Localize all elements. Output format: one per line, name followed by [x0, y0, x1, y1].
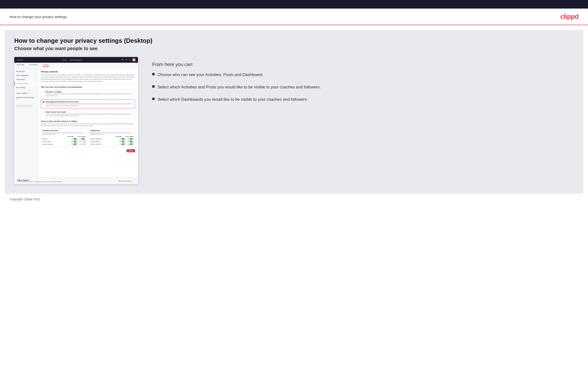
toggle-label-player-dashboard: Player Dashboard: [90, 138, 102, 140]
sidebar-help-support[interactable]: Help & Support ↗: [14, 91, 38, 95]
visit-community-button[interactable]: Visit Our Community ↗: [116, 179, 135, 183]
toggle-pill-insights-coaches: [122, 141, 126, 142]
toggle-row-round-insights: Round Insights ON ON: [90, 141, 134, 142]
copyright: Copyright Clippd 2022: [9, 197, 40, 201]
search-icon: 🔍: [121, 59, 124, 61]
toggle-player-coaches[interactable]: ON: [119, 138, 126, 140]
page-subheading: Choose what you want people to see: [14, 46, 574, 51]
radio-only-you[interactable]: Only You and Your Coach Only you and the…: [41, 110, 135, 118]
radio-desc-approved: Only approved followers and coaches you …: [46, 103, 133, 107]
toggle-label-rounds: Rounds: [42, 138, 47, 140]
grid-icon: ⊞: [126, 59, 127, 61]
toggle-manual-coaches[interactable]: ON: [71, 143, 78, 145]
radio-group: Everyone on Clippd Everyone on Clippd ca…: [41, 90, 135, 118]
toggle-work-coaches[interactable]: ON: [119, 143, 126, 145]
radio-dot-everyone: [43, 91, 44, 93]
help-desc: Visit the Clippd community to troublesho…: [17, 181, 62, 183]
radio-label-everyone: Everyone on Clippd: [46, 91, 133, 93]
toggle-pill-practice-followers: [82, 141, 86, 142]
mockup-navbar: clippd Home My Performance 🔍 ⊞ ⚙: [14, 57, 138, 63]
toggle-practice-coaches[interactable]: ON: [71, 141, 78, 142]
radio-dot-you: [43, 111, 44, 113]
toggle-pill-work-followers: [130, 143, 134, 145]
toggle-label-manual: Manual Activities: [42, 143, 53, 145]
toggle-pill-practice-coaches: [74, 141, 78, 142]
settings-icon: ⚙: [129, 59, 130, 61]
toggle-practice-followers[interactable]: ON: [79, 141, 86, 142]
help-section: Help & Support Visit the Clippd communit…: [14, 177, 138, 184]
save-button[interactable]: Save: [127, 149, 135, 152]
toggle-label-what-work-on: What To Work On: [90, 143, 102, 145]
radio-desc-everyone: Everyone on Clippd can search for you an…: [46, 93, 133, 97]
activities-posts-col: Activities and Posts Select the types of…: [41, 128, 87, 147]
mockup-sidebar: My Account› Data Integrations› Subscript…: [14, 68, 38, 177]
mockup-subnav: My Profile Connections Settings: [14, 63, 138, 68]
activities-desc: Select the types of activity that you'd …: [42, 132, 86, 135]
bullet-text-2: Select which Activities and Posts you wo…: [157, 84, 321, 90]
toggle-player-followers[interactable]: ON: [128, 138, 134, 140]
toggle-pill-player-followers: [130, 138, 134, 140]
who-title: Who Can See Your Activities and Dashboar…: [41, 86, 135, 88]
subnav-myprofile[interactable]: My Profile: [17, 64, 24, 67]
section-desc: Control how you and your data appears to…: [41, 74, 135, 83]
sidebar-service-privacy[interactable]: Service & Privacy Policy ↗: [14, 95, 38, 101]
toggle-row-practice: Practice Drills ON ON: [42, 141, 86, 142]
subnav-settings[interactable]: Settings: [43, 64, 49, 67]
activities-toggle-header: COACHES FOLLOWERS: [42, 136, 86, 137]
toggle-insights-coaches[interactable]: ON: [119, 141, 126, 142]
dashboards-col: Dashboards Select the types of activity …: [89, 128, 135, 147]
sidebar-privacy-controls[interactable]: Privacy Controls›: [14, 82, 38, 85]
showhide-title: Show or hide specific features in Clippd: [41, 120, 135, 122]
sidebar-my-account[interactable]: My Account›: [14, 69, 38, 73]
bullet-square-1: [152, 73, 155, 75]
header: How to change your privacy settings clip…: [0, 8, 588, 25]
toggle-pill-rounds-coaches: [74, 138, 78, 140]
divider1: [41, 84, 135, 84]
toggle-row-what-to-work-on: What To Work On ON ON: [90, 143, 134, 145]
radio-desc-you: Only you and the coaches you connect wit…: [46, 113, 133, 117]
toggle-rounds-followers[interactable]: ON: [79, 138, 86, 140]
toggle-pill-player-coaches: [122, 138, 126, 140]
toggle-pill-manual-coaches: [74, 143, 78, 145]
radio-dot-approved: [43, 101, 44, 103]
subnav-connections[interactable]: Connections: [29, 64, 38, 67]
toggle-row-player-dashboard: Player Dashboard ON ON: [90, 138, 134, 140]
nav-my-performance: My Performance: [70, 59, 82, 61]
page-heading: How to change your privacy settings (Des…: [14, 37, 574, 44]
activities-title: Activities and Posts: [42, 130, 86, 131]
toggle-pill-insights-followers: [130, 141, 134, 142]
sidebar-version: Clippd Client Version: 2022.8.2SQL Serve…: [14, 104, 38, 108]
main-content: How to change your privacy settings (Des…: [5, 30, 583, 194]
mockup-logo: clippd: [17, 59, 23, 61]
sidebar-data-integrations[interactable]: Data Integrations›: [14, 73, 38, 77]
avatar: [132, 58, 136, 61]
toggle-manual-followers[interactable]: ON: [79, 143, 86, 145]
toggle-work-followers[interactable]: ON: [128, 143, 134, 145]
bullet-item-3: Select which Dashboards you would like t…: [152, 97, 574, 102]
bullet-item-1: Choose who can see your Activities, Post…: [152, 72, 574, 78]
toggle-insights-followers[interactable]: ON: [128, 141, 134, 142]
sidebar-divider: [14, 90, 38, 91]
help-title: Help & Support: [17, 179, 62, 181]
showhide-desc: Regardless of the privacy controls that …: [41, 123, 135, 127]
sidebar-my-golf-bag[interactable]: My Golf Bag›: [14, 85, 38, 90]
mockup-nav-icons: 🔍 ⊞ ⚙: [121, 58, 136, 61]
toggle-pill-rounds-followers: [82, 138, 86, 140]
bullet-text-1: Choose who can see your Activities, Post…: [157, 72, 263, 78]
save-row: Save: [41, 149, 135, 152]
toggle-rounds-coaches[interactable]: ON: [71, 138, 78, 140]
external-link-icon: ↗: [132, 180, 133, 182]
toggle-label-round-insights: Round Insights: [90, 141, 100, 142]
sidebar-subscription[interactable]: Subscription›: [14, 77, 38, 82]
radio-only-approved[interactable]: Only Approved Followers and Your Coach O…: [41, 100, 135, 108]
radio-everyone[interactable]: Everyone on Clippd Everyone on Clippd ca…: [41, 90, 135, 98]
dashboards-toggle-header: COACHES FOLLOWERS: [90, 136, 134, 137]
toggle-pill-work-coaches: [122, 143, 126, 145]
app-mockup: clippd Home My Performance 🔍 ⊞ ⚙ My Prof…: [14, 57, 138, 184]
mockup-body: My Account› Data Integrations› Subscript…: [14, 68, 138, 177]
toggle-row-rounds: Rounds ON ON: [42, 138, 86, 140]
logo: clippd: [560, 13, 579, 20]
radio-label-approved: Only Approved Followers and Your Coach: [46, 101, 133, 103]
mockup-main-panel: Privacy Controls Control how you and you…: [38, 68, 138, 177]
bullet-square-2: [152, 85, 155, 88]
